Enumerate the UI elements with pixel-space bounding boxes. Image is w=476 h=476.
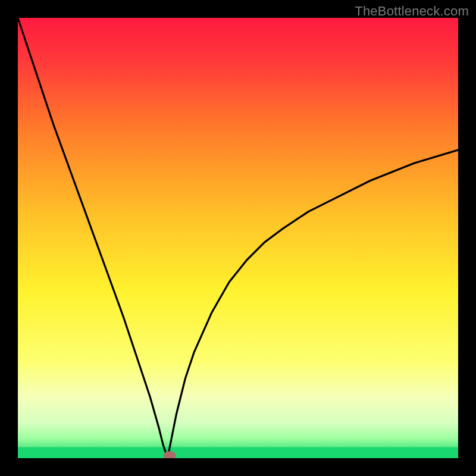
chart-svg [18,18,458,458]
green-baseline-band [18,447,458,459]
gradient-background [18,18,458,458]
chart-frame: TheBottleneck.com [0,0,476,476]
watermark-text: TheBottleneck.com [355,4,469,19]
